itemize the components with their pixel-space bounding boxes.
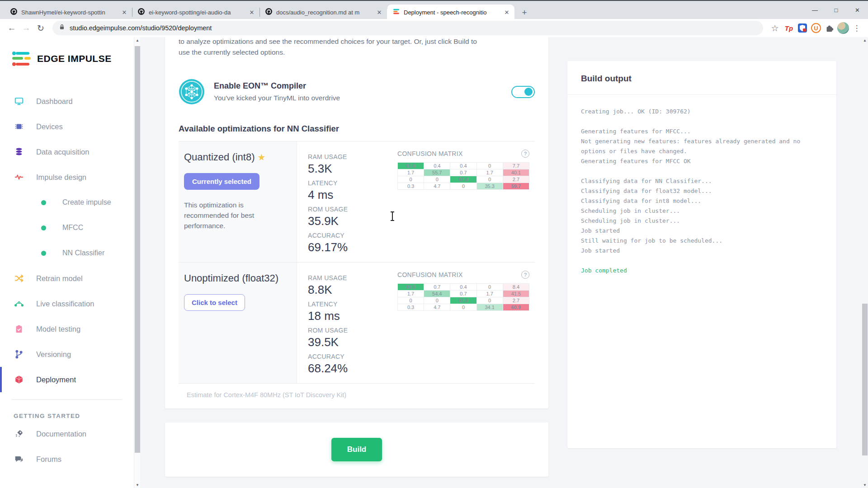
optimization-stats: RAM USAGE 5.3K LATENCY 4 ms ROM USAGE 35… xyxy=(297,141,387,262)
maximize-button[interactable]: □ xyxy=(826,1,847,19)
sidebar-bottom-nav: DocumentationForums xyxy=(0,421,134,472)
matrix-cell: 91.6 xyxy=(398,163,424,169)
stat-value: 39.5K xyxy=(308,335,387,349)
sidebar-item-deployment[interactable]: Deployment xyxy=(0,367,134,392)
sidebar: EDGE IMPULSE DashboardDevicesData acquis… xyxy=(0,37,134,488)
sidebar-item-dashboard[interactable]: Dashboard xyxy=(0,89,134,114)
help-icon[interactable]: ? xyxy=(521,150,529,158)
browser-tab-1[interactable]: ei-keyword-spotting/ei-audio-da✕ xyxy=(132,5,259,20)
sidebar-item-create-impulse[interactable]: Create impulse xyxy=(0,190,134,215)
rocket-icon xyxy=(14,429,24,439)
tab-title: Deployment - speech-recognitio xyxy=(404,9,499,16)
optimization-row-unoptimized: Unoptimized (float32) Click to select RA… xyxy=(179,263,535,384)
profile-avatar[interactable] xyxy=(836,21,850,35)
deployment-options-card: to analyze optimizations and see the rec… xyxy=(165,37,548,408)
matrix-cell: 55.7 xyxy=(424,169,450,176)
matrix-cell: 90.5 xyxy=(398,284,424,291)
nav-label: Model testing xyxy=(36,325,80,333)
stat-value: 5.3K xyxy=(308,162,387,176)
minimize-button[interactable]: — xyxy=(804,1,826,19)
optimizations-table: Quantized (int8)★ Currently selected Thi… xyxy=(179,141,535,384)
matrix-cell: 0.7 xyxy=(450,291,476,297)
nav-label: MFCC xyxy=(62,224,83,232)
matrix-cell: 0.4 xyxy=(450,284,476,291)
edge-impulse-logo[interactable]: EDGE IMPULSE xyxy=(12,51,134,67)
scroll-up-arrow[interactable]: ▲ xyxy=(134,37,141,43)
sidebar-item-forums[interactable]: Forums xyxy=(0,446,134,472)
forward-button[interactable]: → xyxy=(19,21,33,35)
sidebar-item-mfcc[interactable]: MFCC xyxy=(0,215,134,240)
matrix-cell: 0 xyxy=(476,297,503,304)
sidebar-item-documentation[interactable]: Documentation xyxy=(0,421,134,446)
matrix-cell: 1.7 xyxy=(476,169,503,176)
matrix-cell: 97.3 xyxy=(450,297,476,304)
sidebar-divider xyxy=(12,399,122,400)
sidebar-item-versioning[interactable]: Versioning xyxy=(0,342,134,367)
extensions-puzzle-icon[interactable] xyxy=(823,21,836,35)
sidebar-item-live-classification[interactable]: Live classification xyxy=(0,291,134,316)
tab-close-icon[interactable]: ✕ xyxy=(120,8,128,16)
edge-impulse-logo-icon xyxy=(12,51,32,67)
currently-selected-button[interactable]: Currently selected xyxy=(184,173,259,190)
sidebar-item-model-testing[interactable]: Model testing xyxy=(0,316,134,342)
build-output-console: Creating job... OK (ID: 309762)Generatin… xyxy=(567,95,836,287)
eon-compiler-icon xyxy=(179,79,205,105)
confusion-matrix-section: CONFUSION MATRIX ? 90.50.70.408.41.754.4… xyxy=(387,263,535,383)
sidebar-item-devices[interactable]: Devices xyxy=(0,114,134,139)
back-button[interactable]: ← xyxy=(5,21,19,35)
sidebar-item-retrain-model[interactable]: Retrain model xyxy=(0,266,134,291)
sidebar-item-data-acquisition[interactable]: Data acquisition xyxy=(0,139,134,164)
console-line: Classifying data for NN Classifier... xyxy=(581,176,823,186)
close-button[interactable]: ✕ xyxy=(847,1,868,19)
matrix-cell: 2.7 xyxy=(503,176,529,183)
stat-label: ROM USAGE xyxy=(308,206,387,213)
nav-label: Impulse design xyxy=(36,173,86,182)
browser-tab-0[interactable]: ShawnHymel/ei-keyword-spottin✕ xyxy=(5,5,132,20)
scroll-down-arrow[interactable]: ▼ xyxy=(134,482,141,488)
main-content: to analyze optimizations and see the rec… xyxy=(140,37,862,488)
scrollbar-thumb[interactable] xyxy=(862,304,868,455)
scroll-down-arrow[interactable]: ▼ xyxy=(862,482,868,488)
eon-toggle-switch[interactable] xyxy=(511,86,535,98)
url-text[interactable]: studio.edgeimpulse.com/studio/9520/deplo… xyxy=(70,24,757,32)
matrix-cell: 0.4 xyxy=(450,163,476,169)
tab-close-icon[interactable]: ✕ xyxy=(248,8,256,16)
bookmark-star-icon[interactable]: ☆ xyxy=(768,21,782,35)
browser-tab-2[interactable]: docs/audio_recognition.md at m✕ xyxy=(259,5,387,20)
matrix-cell: 35.3 xyxy=(476,183,503,190)
sidebar-scrollbar[interactable]: ▲ ▼ xyxy=(134,37,140,488)
console-line: Scheduling job in cluster... xyxy=(581,216,823,226)
browser-tab-3[interactable]: Deployment - speech-recognitio✕ xyxy=(387,5,514,20)
stat-value: 8.8K xyxy=(308,283,387,297)
branch-icon xyxy=(14,349,24,359)
matrix-cell: 0 xyxy=(450,183,476,190)
page-scrollbar[interactable]: ▲ ▼ xyxy=(862,37,868,488)
bezier-icon xyxy=(14,299,24,309)
tab-close-icon[interactable]: ✕ xyxy=(375,8,383,16)
build-button[interactable]: Build xyxy=(331,438,382,461)
scroll-up-arrow[interactable]: ▲ xyxy=(862,37,868,43)
matrix-cell: 59.7 xyxy=(503,183,529,190)
matrix-cell: 41.5 xyxy=(503,291,529,297)
confusion-matrix-table: 91.60.40.407.71.755.70.71.740.10097.302.… xyxy=(397,162,529,190)
new-tab-button[interactable]: + xyxy=(518,6,531,19)
click-to-select-button[interactable]: Click to select xyxy=(184,294,245,311)
ublock-extension-icon[interactable]: U xyxy=(809,21,823,35)
tampermonkey-extension-icon[interactable]: Tp xyxy=(782,21,796,35)
scrollbar-thumb[interactable] xyxy=(135,46,140,453)
sidebar-item-nn-classifier[interactable]: NN Classifier xyxy=(0,240,134,266)
confusion-matrix-title: CONFUSION MATRIX xyxy=(397,271,463,278)
text-cursor xyxy=(390,211,395,221)
optimization-stats: RAM USAGE 8.8K LATENCY 18 ms ROM USAGE 3… xyxy=(297,263,387,383)
browser-menu-button[interactable]: ⋮ xyxy=(850,21,863,35)
reload-button[interactable]: ↻ xyxy=(33,21,48,35)
nav-label: Devices xyxy=(36,122,63,131)
address-bar[interactable]: studio.edgeimpulse.com/studio/9520/deplo… xyxy=(52,21,763,35)
tab-close-icon[interactable]: ✕ xyxy=(503,8,511,16)
browser-titlebar: ShawnHymel/ei-keyword-spottin✕ei-keyword… xyxy=(0,0,868,19)
console-line: Generating features for MFCC OK xyxy=(581,156,823,166)
sidebar-item-impulse-design[interactable]: Impulse design xyxy=(0,164,134,190)
help-icon[interactable]: ? xyxy=(521,271,529,279)
bitwarden-extension-icon[interactable] xyxy=(796,21,809,35)
console-line: Classifying data for int8 model... xyxy=(581,196,823,206)
